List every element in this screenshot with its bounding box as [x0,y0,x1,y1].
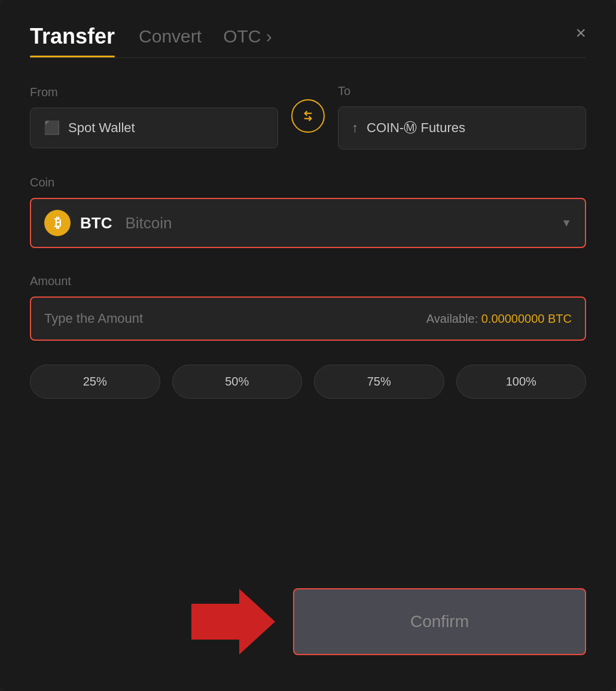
to-wallet-label: COIN-Ⓜ Futures [367,119,465,137]
wallet-icon: ⬛ [44,120,60,136]
pct-50-button[interactable]: 50% [172,365,303,399]
to-field-group: To ↑ COIN-Ⓜ Futures [338,84,586,149]
from-wallet-label: Spot Wallet [68,120,135,136]
chevron-down-icon: ▼ [561,217,572,230]
coin-label: Coin [30,176,586,189]
coin-selector[interactable]: ₿ BTC Bitcoin ▼ [30,198,586,248]
header-divider [30,57,586,58]
from-label: From [30,85,278,99]
tab-convert[interactable]: Convert [139,26,202,55]
coin-fullname: Bitcoin [125,214,172,233]
coin-section: Coin ₿ BTC Bitcoin ▼ [30,176,586,248]
amount-label: Amount [30,274,586,288]
btc-icon: ₿ [44,210,71,236]
svg-marker-0 [191,589,275,655]
tab-bar: Transfer Convert OTC › × [30,24,586,57]
available-value: 0.00000000 BTC [481,312,572,325]
futures-icon: ↑ [352,120,358,136]
percentage-buttons: 25% 50% 75% 100% [30,365,586,399]
transfer-modal: Transfer Convert OTC › × From ⬛ Spot Wal… [0,0,616,691]
close-button[interactable]: × [575,24,586,42]
swap-button-wrapper [278,99,338,135]
coin-ticker: BTC [80,214,112,233]
pct-100-button[interactable]: 100% [456,365,587,399]
arrow-container [30,589,287,655]
bottom-area: Confirm [30,588,586,655]
pct-25-button[interactable]: 25% [30,365,160,399]
tab-transfer[interactable]: Transfer [30,24,115,57]
amount-section: Amount Available: 0.00000000 BTC [30,274,586,341]
tab-otc[interactable]: OTC › [223,26,272,55]
amount-input[interactable] [44,311,308,326]
amount-box: Available: 0.00000000 BTC [30,296,586,341]
confirm-button[interactable]: Confirm [293,588,586,655]
to-label: To [338,84,586,98]
available-label: Available: [426,312,478,325]
pct-75-button[interactable]: 75% [314,365,444,399]
to-wallet-selector[interactable]: ↑ COIN-Ⓜ Futures [338,106,586,149]
from-field-group: From ⬛ Spot Wallet [30,85,278,148]
swap-button[interactable] [291,99,325,133]
available-balance: Available: 0.00000000 BTC [426,312,572,326]
red-arrow-icon [191,589,275,655]
swap-icon [300,108,316,124]
from-to-section: From ⬛ Spot Wallet To ↑ COIN-Ⓜ Futures [30,84,586,149]
from-wallet-selector[interactable]: ⬛ Spot Wallet [30,108,278,148]
